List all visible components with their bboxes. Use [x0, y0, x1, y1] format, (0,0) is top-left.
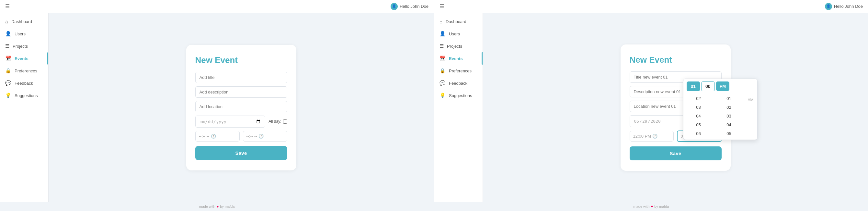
- left-footer: made with ♥ by mafda: [0, 202, 434, 211]
- time-start-value-left: --:-- --: [199, 134, 210, 139]
- tp-min-01[interactable]: 01: [714, 94, 744, 103]
- tp-am-item[interactable]: AM: [746, 97, 755, 103]
- time-start-value-right: 12:00 PM: [633, 134, 651, 139]
- clock-icon-right-left: 🕐: [258, 134, 264, 139]
- tp-hour-07[interactable]: 07: [683, 138, 714, 139]
- date-input-left[interactable]: [195, 115, 266, 128]
- right-suggestions-icon: 💡: [439, 93, 446, 98]
- right-sidebar-item-feedback[interactable]: 💬 Feedback: [434, 77, 483, 89]
- date-row-left: All day:: [195, 115, 287, 128]
- time-start-right[interactable]: 12:00 PM 🕐: [630, 131, 674, 141]
- user-info: 👤 Hello John Doe: [391, 3, 429, 10]
- hamburger-menu-right[interactable]: ☰: [439, 3, 444, 9]
- time-row-right: 12:00 PM 🕐 01:00 PM 🕐 01 00 PM: [630, 131, 722, 142]
- tp-min-06[interactable]: 06: [714, 138, 744, 139]
- time-start-left[interactable]: --:-- -- 🕐: [195, 131, 240, 141]
- right-layout: ⌂ Dashboard 👤 Users ☰ Projects 📅 Events …: [434, 13, 868, 202]
- tp-ampm-col: AM: [744, 94, 757, 139]
- footer-text-left: made with: [199, 205, 215, 208]
- sidebar-item-preferences[interactable]: 🔒 Preferences: [0, 64, 48, 77]
- location-input-left[interactable]: [195, 101, 287, 112]
- avatar-right: 👤: [825, 3, 832, 10]
- home-icon: ⌂: [5, 19, 8, 24]
- left-form-card: New Event All day: --:-- -- 🕐: [186, 45, 296, 170]
- sidebar-item-feedback[interactable]: 💬 Feedback: [0, 77, 48, 89]
- tp-min-02[interactable]: 02: [714, 103, 744, 112]
- tp-min-05[interactable]: 05: [714, 129, 744, 138]
- tp-hour-04[interactable]: 04: [683, 112, 714, 121]
- right-sidebar-item-suggestions[interactable]: 💡 Suggestions: [434, 89, 483, 102]
- right-main: New Event All day: 12:00 PM 🕐: [483, 13, 868, 202]
- right-events-icon: 📅: [439, 55, 446, 61]
- sidebar-label-feedback: Feedback: [14, 81, 33, 86]
- right-panel: ☰ 👤 Hello John Doe ⌂ Dashboard 👤 Users ☰…: [434, 0, 868, 211]
- sidebar-item-events[interactable]: 📅 Events: [0, 52, 48, 64]
- sidebar-label-users: Users: [14, 31, 26, 36]
- footer-text-right: made with: [633, 205, 650, 208]
- right-topbar: ☰ 👤 Hello John Doe: [434, 0, 868, 13]
- right-sidebar-label-suggestions: Suggestions: [449, 93, 472, 98]
- users-icon: 👤: [5, 31, 11, 37]
- time-picker-dropdown: 01 00 PM 02 03 04 05 06 07: [683, 79, 757, 140]
- tp-hour-02[interactable]: 02: [683, 94, 714, 103]
- events-icon: 📅: [5, 55, 11, 61]
- tp-hour-03[interactable]: 03: [683, 103, 714, 112]
- username-right: Hello John Doe: [834, 4, 863, 9]
- right-users-icon: 👤: [439, 31, 446, 37]
- sidebar-item-dashboard[interactable]: ⌂ Dashboard: [0, 16, 48, 28]
- clock-icon-start-right: 🕐: [652, 134, 657, 139]
- right-home-icon: ⌂: [439, 19, 442, 24]
- left-panel: ☰ 👤 Hello John Doe ⌂ Dashboard 👤 Users ☰…: [0, 0, 434, 211]
- allday-checkbox-left[interactable]: [283, 120, 287, 124]
- right-sidebar-label-feedback: Feedback: [449, 81, 467, 86]
- form-title-left: New Event: [195, 55, 287, 65]
- footer-by-left: by mafda: [220, 205, 235, 208]
- save-button-right[interactable]: Save: [630, 147, 722, 160]
- time-end-left[interactable]: --:-- -- 🕐: [243, 131, 287, 141]
- heart-icon: ♥: [217, 205, 219, 208]
- username: Hello John Doe: [400, 4, 429, 9]
- right-sidebar-item-preferences[interactable]: 🔒 Preferences: [434, 64, 483, 77]
- heart-icon-right: ♥: [651, 205, 653, 208]
- right-sidebar-item-projects[interactable]: ☰ Projects: [434, 40, 483, 52]
- right-projects-icon: ☰: [439, 43, 444, 49]
- sidebar-label-suggestions: Suggestions: [14, 93, 38, 98]
- right-sidebar: ⌂ Dashboard 👤 Users ☰ Projects 📅 Events …: [434, 13, 483, 202]
- title-input-left[interactable]: [195, 72, 287, 83]
- time-end-value-left: --:-- --: [246, 134, 257, 139]
- hamburger-menu[interactable]: ☰: [5, 3, 10, 9]
- tp-hour-btn[interactable]: 01: [687, 81, 700, 91]
- save-button-left[interactable]: Save: [195, 146, 287, 160]
- suggestions-icon: 💡: [5, 93, 11, 98]
- time-row-left: --:-- -- 🕐 --:-- -- 🕐: [195, 131, 287, 141]
- right-sidebar-label-projects: Projects: [447, 44, 462, 49]
- right-sidebar-item-dashboard[interactable]: ⌂ Dashboard: [434, 16, 483, 28]
- sidebar-label-projects: Projects: [12, 44, 28, 49]
- tp-min-04[interactable]: 04: [714, 121, 744, 129]
- sidebar-item-projects[interactable]: ☰ Projects: [0, 40, 48, 52]
- projects-icon: ☰: [5, 43, 9, 49]
- tp-minute-btn[interactable]: 00: [701, 81, 715, 91]
- time-picker-header: 01 00 PM: [683, 79, 757, 94]
- left-main: New Event All day: --:-- -- 🕐: [49, 13, 434, 202]
- avatar-icon: 👤: [392, 4, 397, 8]
- avatar-icon-right: 👤: [826, 4, 831, 8]
- sidebar-label-dashboard: Dashboard: [11, 19, 32, 24]
- right-sidebar-label-dashboard: Dashboard: [446, 19, 466, 24]
- right-preferences-icon: 🔒: [439, 68, 446, 74]
- right-sidebar-item-users[interactable]: 👤 Users: [434, 28, 483, 40]
- tp-period-btn[interactable]: PM: [716, 81, 730, 91]
- left-layout: ⌂ Dashboard 👤 Users ☰ Projects 📅 Events …: [0, 13, 434, 202]
- description-input-left[interactable]: [195, 86, 287, 98]
- right-sidebar-label-users: Users: [449, 31, 460, 36]
- tp-hour-05[interactable]: 05: [683, 121, 714, 129]
- tp-min-03[interactable]: 03: [714, 112, 744, 121]
- sidebar-item-users[interactable]: 👤 Users: [0, 28, 48, 40]
- clock-icon-left: 🕐: [211, 134, 216, 139]
- sidebar-item-suggestions[interactable]: 💡 Suggestions: [0, 89, 48, 102]
- avatar: 👤: [391, 3, 398, 10]
- right-sidebar-item-events[interactable]: 📅 Events: [434, 52, 483, 64]
- preferences-icon: 🔒: [5, 68, 11, 74]
- right-sidebar-label-events: Events: [449, 56, 463, 61]
- tp-hour-06[interactable]: 06: [683, 129, 714, 138]
